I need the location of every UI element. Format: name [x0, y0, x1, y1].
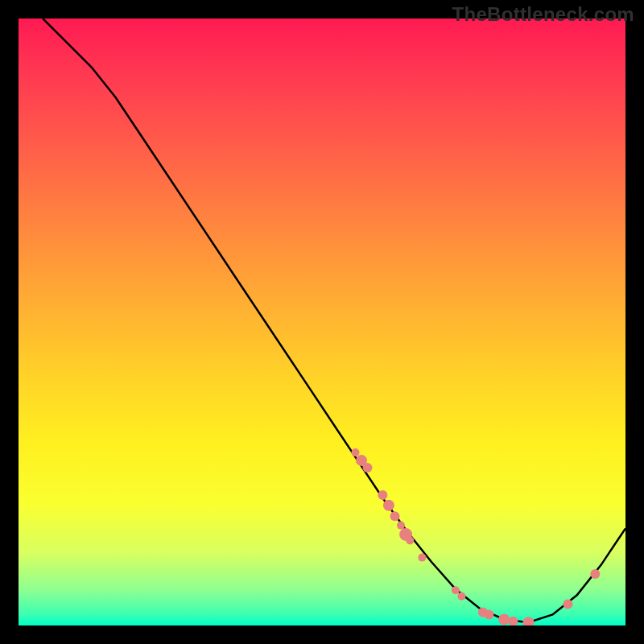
scatter-dot: [590, 569, 600, 579]
watermark-text: TheBottleneck.com: [452, 3, 634, 26]
scatter-dot: [522, 617, 534, 625]
scatter-dot: [418, 554, 426, 562]
scatter-dot: [457, 592, 465, 601]
scatter-dot: [352, 448, 360, 456]
scatter-dot: [406, 536, 414, 544]
chart-svg: [19, 19, 625, 625]
scatter-dot: [509, 617, 518, 625]
curve-path: [43, 19, 625, 622]
outer-frame: TheBottleneck.com: [0, 0, 644, 644]
scatter-dots: [352, 448, 601, 625]
scatter-dot: [484, 609, 493, 619]
scatter-dot: [498, 614, 510, 625]
scatter-dot: [378, 490, 387, 500]
scatter-dot: [363, 463, 373, 473]
scatter-dot: [390, 511, 400, 521]
scatter-dot: [397, 522, 405, 530]
scatter-dot: [563, 600, 572, 609]
scatter-dot: [452, 586, 460, 594]
plot-area: [19, 19, 625, 625]
scatter-dot: [383, 500, 394, 511]
